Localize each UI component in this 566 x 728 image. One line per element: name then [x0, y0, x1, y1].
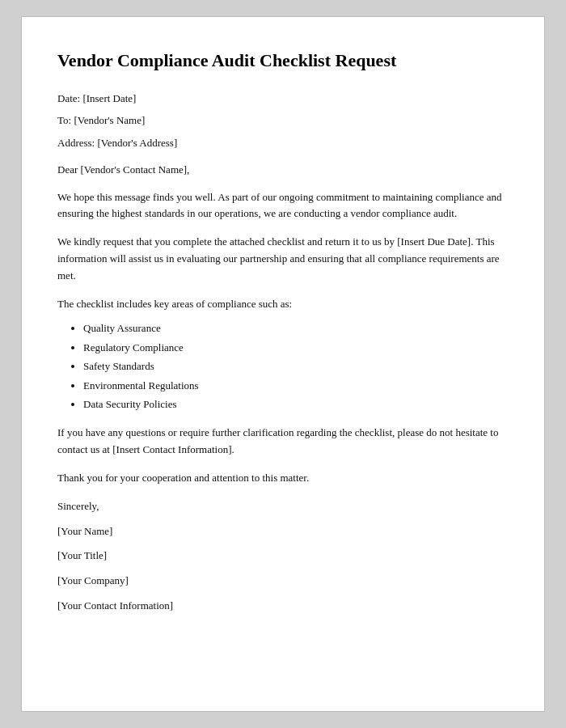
document-page: Vendor Compliance Audit Checklist Reques…: [21, 16, 545, 712]
list-item: Safety Standards: [83, 357, 509, 375]
list-item: Environmental Regulations: [83, 376, 509, 395]
salutation: Dear [Vendor's Contact Name],: [57, 162, 509, 178]
document-title: Vendor Compliance Audit Checklist Reques…: [57, 49, 509, 73]
your-name: [Your Name]: [57, 523, 509, 540]
address-line: Address: [Vendor's Address]: [57, 135, 509, 151]
compliance-checklist: Quality Assurance Regulatory Compliance …: [83, 319, 509, 413]
list-item: Regulatory Compliance: [83, 338, 509, 357]
paragraph-3: If you have any questions or require fur…: [57, 425, 509, 459]
list-item: Quality Assurance: [83, 319, 509, 337]
paragraph-1: We hope this message finds you well. As …: [57, 189, 509, 223]
your-contact: [Your Contact Information]: [57, 598, 509, 615]
paragraph-2: We kindly request that you complete the …: [57, 234, 509, 284]
date-line: Date: [Insert Date]: [57, 91, 509, 107]
list-intro: The checklist includes key areas of comp…: [57, 296, 509, 313]
list-item: Data Security Policies: [83, 395, 509, 413]
paragraph-4: Thank you for your cooperation and atten…: [57, 470, 509, 487]
your-title: [Your Title]: [57, 548, 509, 565]
your-company: [Your Company]: [57, 573, 509, 590]
to-line: To: [Vendor's Name]: [57, 112, 509, 129]
closing: Sincerely,: [57, 498, 509, 515]
